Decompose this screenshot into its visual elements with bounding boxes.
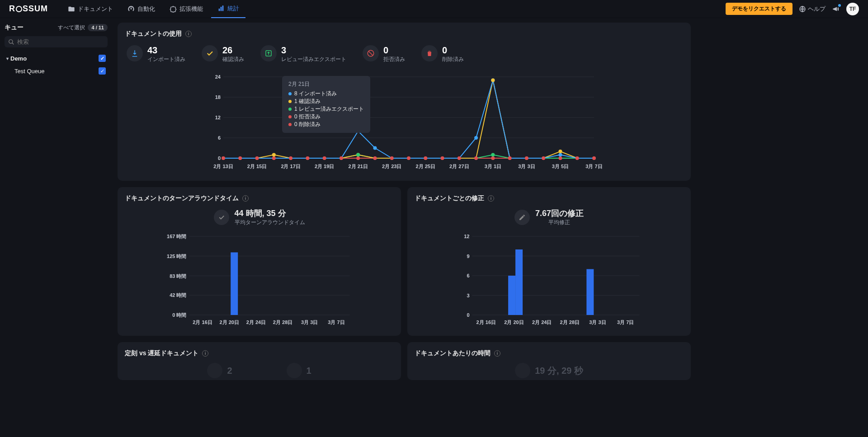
- svg-text:0: 0: [467, 312, 469, 318]
- puzzle-icon: [170, 5, 177, 13]
- usage-stats: 43インポート済み26確認済み3レビュー済みエクスポート0拒否済み0削除済み: [125, 43, 684, 69]
- svg-rect-2: [222, 5, 224, 11]
- sidebar-item-demo[interactable]: ▾ Demo ✓: [5, 52, 108, 65]
- svg-text:2月 21日: 2月 21日: [348, 164, 368, 169]
- title-text: 定刻 vs 遅延ドキュメント: [125, 349, 198, 357]
- chart-tooltip: 2月 21日 8 インポート済み1 確認済み1 レビュー済みエクスポート0 拒否…: [282, 76, 370, 133]
- sidebar-title: キュー: [5, 23, 24, 32]
- svg-point-31: [458, 156, 461, 160]
- nav-extensions[interactable]: 拡張機能: [163, 0, 209, 18]
- svg-rect-98: [586, 269, 594, 315]
- corrections-card: ドキュメントごとの修正 i 7.67回の修正 平均修正 0369122月 16日…: [407, 187, 691, 336]
- svg-point-30: [441, 156, 444, 160]
- svg-point-22: [306, 156, 309, 160]
- svg-text:2月 24日: 2月 24日: [246, 320, 266, 325]
- svg-point-17: [222, 156, 225, 160]
- info-icon[interactable]: i: [185, 31, 192, 37]
- card-title: ドキュメントごとの修正 i: [415, 194, 684, 202]
- svg-text:6: 6: [218, 135, 221, 141]
- stat-value: 0: [383, 45, 405, 56]
- user-avatar[interactable]: TF: [846, 3, 859, 15]
- svg-text:2月 20日: 2月 20日: [504, 320, 524, 325]
- svg-point-36: [542, 156, 545, 160]
- request-demo-button[interactable]: デモをリクエストする: [726, 3, 793, 15]
- info-icon[interactable]: i: [242, 195, 249, 202]
- svg-text:2月 15日: 2月 15日: [247, 164, 267, 169]
- import-icon: [127, 45, 143, 61]
- gauge-icon: [127, 5, 135, 13]
- svg-text:2月 20日: 2月 20日: [220, 320, 239, 325]
- svg-text:2月 16日: 2月 16日: [476, 320, 496, 325]
- svg-rect-97: [515, 249, 523, 315]
- turnaround-chart: 0 時間42 時間83 時間125 時間167 時間2月 16日2月 20日2月…: [125, 232, 394, 327]
- stat-export: 3レビュー済みエクスポート: [260, 45, 346, 63]
- nav-automation[interactable]: 自動化: [121, 0, 161, 18]
- svg-point-25: [356, 156, 360, 160]
- ontime-value: 2: [227, 366, 232, 376]
- svg-point-4: [9, 39, 13, 43]
- info-icon[interactable]: i: [488, 195, 494, 202]
- stat-import: 43インポート済み: [127, 45, 185, 63]
- card-title: ドキュメントの使用 i: [125, 30, 684, 38]
- late-icon: [287, 363, 302, 378]
- top-nav: RSSUM ドキュメント 自動化 拡張機能 統計 デモをリクエスト: [0, 0, 868, 18]
- tooltip-row: 1 確認済み: [288, 98, 364, 105]
- svg-point-19: [255, 156, 259, 160]
- checkbox-checked[interactable]: ✓: [99, 55, 106, 62]
- select-all-label: すべて選択: [58, 24, 85, 32]
- chart-icon: [217, 5, 225, 12]
- svg-text:167 時間: 167 時間: [167, 234, 186, 239]
- svg-point-49: [356, 153, 360, 157]
- stat-value: 0: [442, 45, 464, 56]
- checkbox-checked[interactable]: ✓: [99, 67, 106, 75]
- title-text: ドキュメントごとの修正: [415, 194, 484, 202]
- ontime-icon: [207, 363, 222, 378]
- nav-links: ドキュメント 自動化 拡張機能 統計: [61, 0, 245, 18]
- nav-label: 拡張機能: [179, 5, 203, 13]
- svg-text:3月 7日: 3月 7日: [328, 320, 344, 325]
- svg-point-29: [424, 156, 427, 160]
- svg-text:0: 0: [218, 155, 221, 161]
- svg-rect-96: [508, 276, 515, 315]
- usage-chart: 061218242月 13日2月 15日2月 17日2月 19日2月 21日2月…: [125, 72, 684, 172]
- kpi-sub: 平均修正: [535, 219, 584, 226]
- svg-text:2月 17日: 2月 17日: [281, 164, 300, 169]
- svg-point-28: [407, 156, 410, 160]
- svg-text:3: 3: [467, 293, 469, 298]
- select-all[interactable]: すべて選択 4 / 11: [58, 24, 108, 32]
- svg-point-37: [558, 156, 562, 160]
- svg-text:0 時間: 0 時間: [172, 312, 186, 318]
- svg-point-32: [474, 156, 478, 160]
- search-input[interactable]: [17, 38, 104, 45]
- corrections-chart: 0369122月 16日2月 20日2月 24日2月 28日3月 3日3月 7日: [415, 232, 684, 327]
- svg-text:2月 16日: 2月 16日: [193, 320, 212, 325]
- help-link[interactable]: ヘルプ: [799, 5, 826, 13]
- kpi: 7.67回の修正 平均修正: [415, 208, 684, 226]
- search-box[interactable]: [5, 36, 108, 47]
- svg-point-18: [238, 156, 242, 160]
- svg-point-48: [558, 150, 562, 153]
- stat-label: 削除済み: [442, 56, 464, 63]
- svg-text:83 時間: 83 時間: [170, 273, 186, 279]
- nav-documents[interactable]: ドキュメント: [61, 0, 119, 18]
- svg-point-33: [491, 156, 495, 160]
- trash-icon: [421, 45, 438, 61]
- stat-value: 43: [147, 45, 185, 56]
- svg-rect-0: [219, 9, 220, 11]
- svg-point-20: [272, 156, 276, 160]
- info-icon[interactable]: i: [494, 350, 500, 357]
- notification-dot: [838, 4, 841, 7]
- chevron-down-icon: ▾: [6, 56, 9, 61]
- svg-text:9: 9: [467, 254, 469, 259]
- svg-point-34: [508, 156, 512, 160]
- notifications-button[interactable]: [832, 5, 840, 13]
- card-title: 定刻 vs 遅延ドキュメント i: [125, 349, 394, 357]
- nav-statistics[interactable]: 統計: [211, 0, 245, 18]
- sidebar-item-test-queue[interactable]: Test Queue ✓: [5, 65, 108, 77]
- svg-rect-79: [231, 252, 238, 315]
- svg-text:3月 7日: 3月 7日: [617, 320, 634, 325]
- svg-point-26: [373, 156, 377, 160]
- ontime-card: 定刻 vs 遅延ドキュメント i 2 1: [118, 342, 401, 380]
- info-icon[interactable]: i: [202, 350, 208, 357]
- logo[interactable]: RSSUM: [9, 4, 48, 14]
